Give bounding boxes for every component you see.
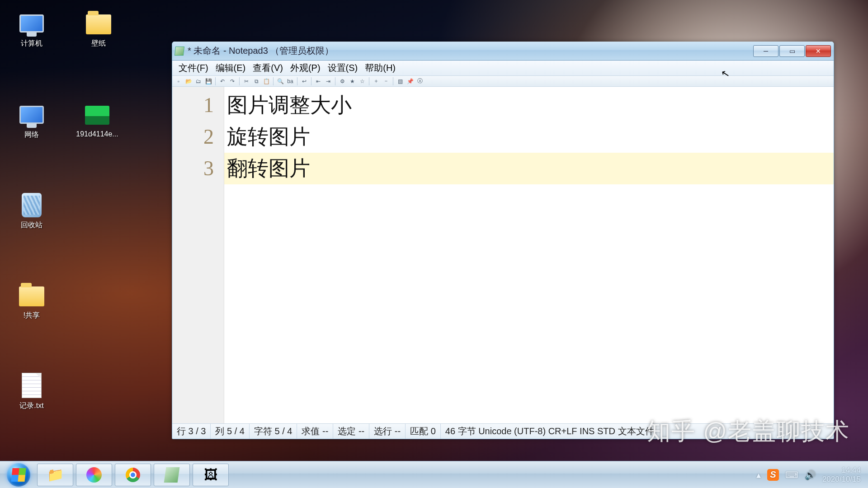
tray-clock[interactable]: 14:44 2020/10/15 (822, 466, 861, 483)
editor-line[interactable]: 旋转图片 (224, 121, 834, 153)
tool-redo-button[interactable]: ↷ (228, 77, 237, 85)
tool-fav-button[interactable]: ★ (348, 77, 357, 85)
status-row: 行 3 / 3 (172, 424, 211, 439)
tool-save-button[interactable]: 💾 (204, 77, 213, 85)
editor-line[interactable]: 翻转图片 (224, 153, 834, 184)
task-chrome[interactable] (115, 464, 151, 486)
toolbar-separator (311, 77, 311, 85)
editor[interactable]: 123 图片调整大小旋转图片翻转图片 (172, 87, 834, 423)
icon-label: 计算机 (9, 39, 54, 48)
maximize-button[interactable]: ▭ (779, 45, 805, 57)
icon-label: 回收站 (9, 221, 54, 230)
close-button[interactable]: ✕ (806, 45, 831, 57)
folder-icon (84, 8, 113, 37)
toolbar-separator (335, 77, 335, 85)
folder-icon: 📁 (47, 467, 64, 483)
tray-arrow-icon[interactable]: ▴ (756, 469, 761, 480)
desktop-icon-wallpaper[interactable]: 壁纸 (76, 8, 121, 48)
desktop-icon-computer[interactable]: 计算机 (9, 8, 54, 48)
image-icon (83, 99, 112, 128)
line-number: 2 (172, 121, 224, 153)
icon-label: 网络 (9, 130, 54, 140)
tool-pin-button[interactable]: 📌 (406, 77, 415, 85)
tool-star-button[interactable]: ☆ (358, 77, 367, 85)
desktop-icon-share[interactable]: !共享 (9, 280, 54, 320)
tool-wrap-button[interactable]: ↩ (300, 77, 309, 85)
minimize-button[interactable]: ─ (753, 45, 778, 57)
notepad3-window: * 未命名 - Notepad3 （管理员权限） ─ ▭ ✕ 文件(F) 编辑(… (172, 42, 834, 439)
tray-time: 14:44 (822, 466, 861, 475)
titlebar[interactable]: * 未命名 - Notepad3 （管理员权限） ─ ▭ ✕ (172, 42, 834, 61)
tool-paste-button[interactable]: 📋 (262, 77, 271, 85)
recycle-bin-icon (17, 190, 46, 219)
icon-label: 191d4114e... (68, 130, 127, 138)
editor-line[interactable]: 图片调整大小 (224, 89, 834, 121)
app-icon (175, 47, 184, 56)
keyboard-icon[interactable]: ⌨ (785, 469, 798, 480)
toolbar-separator (393, 77, 393, 85)
status-col: 列 5 / 4 (211, 424, 249, 439)
computer-icon (17, 8, 46, 37)
menu-appearance[interactable]: 外观(P) (287, 60, 324, 76)
status-char: 字符 5 / 4 (250, 424, 297, 439)
icon-label: 壁纸 (76, 39, 121, 48)
tool-new-button[interactable]: ▫ (174, 77, 183, 85)
window-title: * 未命名 - Notepad3 （管理员权限） (188, 45, 753, 57)
gutter: 123 (172, 87, 224, 423)
chrome-icon (126, 468, 140, 482)
start-button[interactable] (3, 464, 34, 486)
volume-icon[interactable]: 🔊 (805, 469, 816, 480)
icon-label: 记录.txt (9, 401, 54, 411)
watermark: 知乎 @老盖聊技术 (647, 416, 850, 447)
tool-scheme-button[interactable]: ▧ (396, 77, 405, 85)
desktop[interactable]: 计算机 壁纸 网络 191d4114e... 回收站 !共享 记录.txt * … (0, 0, 868, 488)
tool-zoomin-button[interactable]: ＋ (372, 77, 381, 85)
toolbar-separator (215, 77, 216, 85)
folder-icon (17, 280, 46, 309)
network-icon (17, 99, 46, 128)
status-seln: 选行 -- (369, 424, 406, 439)
toolbar: ▫📂🗂💾↶↷✂⧉📋🔍ba↩⇤⇥⚙★☆＋－▧📌ⓧ (172, 76, 834, 87)
picture-icon: 🖼 (204, 467, 217, 483)
menubar: 文件(F) 编辑(E) 查看(V) 外观(P) 设置(S) 帮助(H) (172, 61, 834, 76)
tool-close-button[interactable]: ⓧ (415, 77, 425, 85)
notepad-icon (164, 467, 180, 483)
taskbar[interactable]: 📁 🖼 ▴ S ⌨ 🔊 14:44 2020/10/15 (0, 461, 868, 488)
desktop-icon-network[interactable]: 网络 (9, 99, 54, 140)
toolbar-separator (297, 77, 297, 85)
tool-find-button[interactable]: 🔍 (276, 77, 285, 85)
tool-indent-button[interactable]: ⇥ (324, 77, 333, 85)
tool-zoomout-button[interactable]: － (382, 77, 391, 85)
tool-outdent-button[interactable]: ⇤ (314, 77, 323, 85)
toolbar-separator (239, 77, 240, 85)
status-eval: 求值 -- (297, 424, 333, 439)
tool-settings-button[interactable]: ⚙ (338, 77, 347, 85)
menu-settings[interactable]: 设置(S) (324, 60, 362, 76)
menu-help[interactable]: 帮助(H) (361, 60, 399, 76)
tool-copy-button[interactable]: ⧉ (252, 77, 261, 85)
tool-open-button[interactable]: 📂 (184, 77, 193, 85)
task-notepad3[interactable] (154, 464, 190, 486)
desktop-icon-recycle[interactable]: 回收站 (9, 190, 54, 230)
swirl-icon (86, 467, 102, 483)
tool-explore-button[interactable]: 🗂 (194, 77, 203, 85)
tool-undo-button[interactable]: ↶ (218, 77, 227, 85)
menu-edit[interactable]: 编辑(E) (212, 60, 250, 76)
task-photoviewer[interactable]: 🖼 (193, 464, 229, 486)
menu-view[interactable]: 查看(V) (249, 60, 287, 76)
tray-date: 2020/10/15 (822, 475, 861, 484)
textfile-icon (17, 371, 46, 399)
line-number: 1 (172, 89, 224, 121)
sogou-ime-icon[interactable]: S (767, 469, 779, 481)
task-explorer[interactable]: 📁 (37, 464, 73, 486)
tool-replace-button[interactable]: ba (286, 77, 295, 85)
task-browser1[interactable] (76, 464, 112, 486)
text-area[interactable]: 图片调整大小旋转图片翻转图片 (224, 87, 834, 423)
status-sel: 选定 -- (333, 424, 369, 439)
window-controls: ─ ▭ ✕ (753, 45, 831, 57)
icon-label: !共享 (9, 311, 54, 320)
desktop-icon-notes[interactable]: 记录.txt (9, 371, 54, 411)
menu-file[interactable]: 文件(F) (175, 60, 212, 76)
desktop-icon-image[interactable]: 191d4114e... (68, 99, 127, 138)
tool-cut-button[interactable]: ✂ (242, 77, 251, 85)
